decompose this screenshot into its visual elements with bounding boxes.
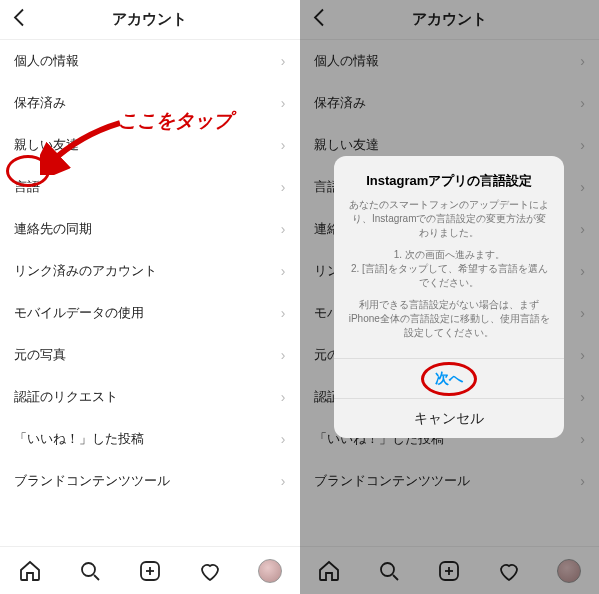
profile-avatar[interactable]: [257, 558, 283, 584]
chevron-right-icon: ›: [281, 431, 286, 447]
chevron-right-icon: ›: [281, 221, 286, 237]
page-title: アカウント: [112, 10, 187, 29]
search-icon[interactable]: [77, 558, 103, 584]
svg-line-1: [94, 575, 99, 580]
chevron-right-icon: ›: [281, 95, 286, 111]
language-dialog: Instagramアプリの言語設定 あなたのスマートフォンのアップデートにより、…: [334, 156, 564, 438]
row-label: ブランドコンテンツツール: [14, 472, 170, 490]
chevron-right-icon: ›: [281, 263, 286, 279]
modal-overlay: Instagramアプリの言語設定 あなたのスマートフォンのアップデートにより、…: [300, 0, 600, 594]
dialog-text-1: あなたのスマートフォンのアップデートにより、Instagramでの言語設定の変更…: [348, 198, 550, 240]
dialog-body: Instagramアプリの言語設定 あなたのスマートフォンのアップデートにより、…: [334, 156, 564, 358]
dialog-cancel-label: キャンセル: [414, 410, 484, 428]
row-label: モバイルデータの使用: [14, 304, 144, 322]
home-icon[interactable]: [17, 558, 43, 584]
header: アカウント: [0, 0, 300, 40]
back-chevron-icon[interactable]: [8, 5, 32, 34]
row-linked-accounts[interactable]: リンク済みのアカウント›: [0, 250, 300, 292]
annotation-circle: [6, 155, 50, 187]
row-label: 個人の情報: [14, 52, 79, 70]
row-personal-info[interactable]: 個人の情報›: [0, 40, 300, 82]
row-label: 「いいね！」した投稿: [14, 430, 144, 448]
left-screen: アカウント 個人の情報› 保存済み› 親しい友達› 言語› 連絡先の同期› リン…: [0, 0, 300, 594]
annotation-tap-here: ここをタップ: [118, 108, 232, 134]
row-label: 元の写真: [14, 346, 66, 364]
chevron-right-icon: ›: [281, 179, 286, 195]
row-contacts-sync[interactable]: 連絡先の同期›: [0, 208, 300, 250]
row-liked-posts[interactable]: 「いいね！」した投稿›: [0, 418, 300, 460]
row-label: 連絡先の同期: [14, 220, 92, 238]
row-label: 親しい友達: [14, 136, 79, 154]
chevron-right-icon: ›: [281, 347, 286, 363]
dialog-title: Instagramアプリの言語設定: [348, 172, 550, 190]
dialog-text-3: 利用できる言語設定がない場合は、まずiPhone全体の言語設定に移動し、使用言語…: [348, 298, 550, 340]
svg-point-0: [82, 563, 95, 576]
row-branded-content[interactable]: ブランドコンテンツツール›: [0, 460, 300, 502]
chevron-right-icon: ›: [281, 389, 286, 405]
row-label: 保存済み: [14, 94, 66, 112]
row-mobile-data[interactable]: モバイルデータの使用›: [0, 292, 300, 334]
dialog-next-button[interactable]: 次へ: [334, 358, 564, 398]
bottom-tabbar: [0, 546, 300, 594]
chevron-right-icon: ›: [281, 305, 286, 321]
activity-heart-icon[interactable]: [197, 558, 223, 584]
dialog-next-label: 次へ: [435, 370, 463, 388]
avatar: [258, 559, 282, 583]
dialog-cancel-button[interactable]: キャンセル: [334, 398, 564, 438]
chevron-right-icon: ›: [281, 53, 286, 69]
right-screen: アカウント 個人の情報› 保存済み› 親しい友達› 言語› 連絡先の同期› リン…: [300, 0, 600, 594]
chevron-right-icon: ›: [281, 137, 286, 153]
dialog-text-2: 1. 次の画面へ進みます。 2. [言語]をタップして、希望する言語を選んでくだ…: [348, 248, 550, 290]
row-label: 認証のリクエスト: [14, 388, 118, 406]
row-verification-request[interactable]: 認証のリクエスト›: [0, 376, 300, 418]
chevron-right-icon: ›: [281, 473, 286, 489]
row-original-photos[interactable]: 元の写真›: [0, 334, 300, 376]
new-post-icon[interactable]: [137, 558, 163, 584]
row-label: リンク済みのアカウント: [14, 262, 157, 280]
